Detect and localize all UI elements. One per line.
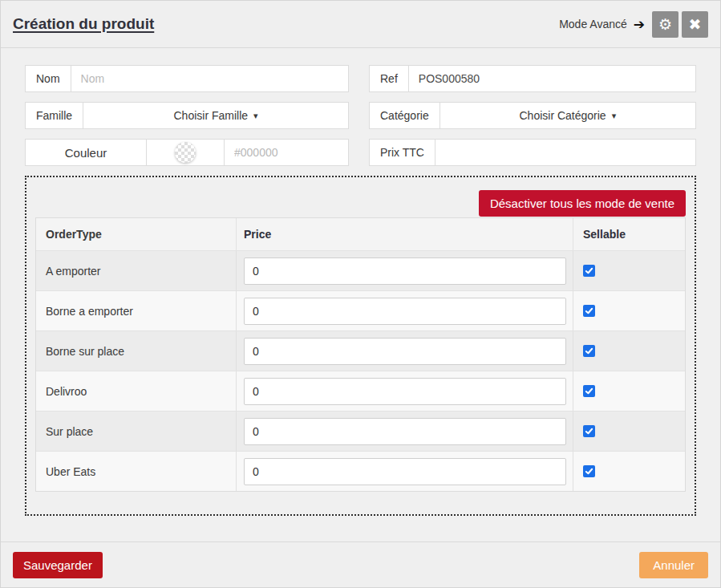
prix-ttc-group: Prix TTC bbox=[369, 139, 696, 166]
famille-label: Famille bbox=[25, 102, 83, 129]
check-icon bbox=[585, 306, 593, 315]
prix-ttc-input[interactable] bbox=[435, 139, 696, 166]
price-cell bbox=[237, 412, 573, 451]
famille-dropdown-label: Choisir Famille bbox=[174, 109, 249, 122]
form-row-1: Nom Ref bbox=[25, 65, 696, 92]
close-button[interactable]: ✖ bbox=[682, 11, 708, 38]
column-header-ordertype: OrderType bbox=[36, 218, 237, 250]
disable-all-sales-modes-button[interactable]: Désactiver tous les mode de vente bbox=[479, 190, 686, 217]
table-row: Sur place bbox=[36, 411, 685, 451]
price-input[interactable] bbox=[244, 458, 566, 485]
price-input[interactable] bbox=[244, 338, 566, 365]
sellable-cell bbox=[573, 412, 685, 451]
sellable-checkbox[interactable] bbox=[583, 465, 595, 477]
price-input[interactable] bbox=[244, 298, 566, 325]
save-button[interactable]: Sauvegarder bbox=[13, 552, 103, 578]
dialog-footer: Sauvegarder Annuler bbox=[1, 541, 720, 587]
cancel-button[interactable]: Annuler bbox=[639, 552, 708, 578]
order-type-cell: Delivroo bbox=[36, 371, 237, 411]
table-row: A emporter bbox=[36, 250, 685, 290]
sellable-checkbox[interactable] bbox=[583, 345, 595, 357]
sellable-cell bbox=[573, 251, 685, 290]
close-icon: ✖ bbox=[689, 17, 702, 32]
table-row: Delivroo bbox=[36, 371, 685, 411]
price-cell bbox=[237, 452, 573, 491]
check-icon bbox=[585, 266, 593, 275]
sellable-cell bbox=[573, 291, 685, 330]
table-row: Borne sur place bbox=[36, 330, 685, 371]
nom-input[interactable] bbox=[71, 65, 349, 92]
header-controls: Mode Avancé ➔ ⚙ ✖ bbox=[559, 11, 708, 38]
page-title: Création du produit bbox=[13, 15, 154, 33]
famille-group: Famille Choisir Famille ▾ bbox=[25, 102, 349, 129]
advanced-mode-button[interactable]: ⚙ bbox=[652, 11, 678, 38]
couleur-label: Couleur bbox=[25, 139, 147, 166]
categorie-label: Catégorie bbox=[369, 102, 440, 129]
right-arrow-icon: ➔ bbox=[634, 18, 645, 31]
gear-icon: ⚙ bbox=[658, 17, 672, 32]
price-cell bbox=[237, 371, 573, 411]
couleur-group: Couleur bbox=[25, 139, 349, 166]
sellable-checkbox[interactable] bbox=[583, 305, 595, 317]
table-row: Uber Eats bbox=[36, 451, 685, 491]
order-type-cell: Sur place bbox=[36, 412, 237, 451]
sellable-cell bbox=[573, 452, 685, 491]
table-row: Borne a emporter bbox=[36, 290, 685, 330]
sales-modes-panel: Désactiver tous les mode de vente OrderT… bbox=[25, 176, 696, 516]
categorie-dropdown[interactable]: Choisir Catégorie ▾ bbox=[440, 102, 696, 129]
nom-group: Nom bbox=[25, 65, 349, 92]
price-input[interactable] bbox=[244, 378, 566, 405]
sellable-checkbox[interactable] bbox=[583, 425, 595, 437]
check-icon bbox=[585, 427, 593, 436]
categorie-dropdown-label: Choisir Catégorie bbox=[520, 109, 606, 122]
order-type-cell: A emporter bbox=[36, 251, 237, 290]
order-type-cell: Uber Eats bbox=[36, 452, 237, 491]
ref-group: Ref bbox=[369, 65, 696, 92]
check-icon bbox=[585, 387, 593, 395]
sellable-checkbox[interactable] bbox=[583, 385, 595, 397]
sales-modes-table: OrderType Price Sellable A emporter bbox=[35, 217, 686, 492]
dialog-header: Création du produit Mode Avancé ➔ ⚙ ✖ bbox=[1, 1, 720, 48]
prix-ttc-label: Prix TTC bbox=[369, 139, 435, 166]
sellable-cell bbox=[573, 331, 685, 371]
dialog-body: Nom Ref Famille Choisir Famille ▾ Catégo… bbox=[1, 48, 720, 541]
chevron-down-icon: ▾ bbox=[612, 111, 617, 121]
product-creation-dialog: Création du produit Mode Avancé ➔ ⚙ ✖ No… bbox=[0, 0, 721, 588]
price-cell bbox=[237, 251, 573, 290]
check-icon bbox=[585, 467, 593, 476]
advanced-mode-label: Mode Avancé bbox=[559, 18, 627, 30]
form-row-2: Famille Choisir Famille ▾ Catégorie Choi… bbox=[25, 102, 696, 129]
sellable-checkbox[interactable] bbox=[583, 265, 595, 277]
couleur-swatch-cell bbox=[147, 139, 225, 166]
price-cell bbox=[237, 331, 573, 371]
ref-input[interactable] bbox=[409, 65, 696, 92]
price-input[interactable] bbox=[244, 258, 566, 285]
table-header-row: OrderType Price Sellable bbox=[36, 218, 685, 250]
nom-label: Nom bbox=[25, 65, 71, 92]
couleur-input[interactable] bbox=[225, 139, 349, 166]
price-input[interactable] bbox=[244, 418, 566, 445]
color-swatch-icon[interactable] bbox=[175, 142, 196, 163]
form-row-3: Couleur Prix TTC bbox=[25, 139, 696, 166]
chevron-down-icon: ▾ bbox=[253, 111, 258, 121]
sales-modes-toolbar: Désactiver tous les mode de vente bbox=[35, 190, 686, 217]
famille-dropdown[interactable]: Choisir Famille ▾ bbox=[83, 102, 349, 129]
ref-label: Ref bbox=[369, 65, 409, 92]
check-icon bbox=[585, 347, 593, 355]
order-type-cell: Borne a emporter bbox=[36, 291, 237, 330]
column-header-sellable: Sellable bbox=[573, 218, 685, 250]
sellable-cell bbox=[573, 371, 685, 411]
order-type-cell: Borne sur place bbox=[36, 331, 237, 371]
categorie-group: Catégorie Choisir Catégorie ▾ bbox=[369, 102, 696, 129]
price-cell bbox=[237, 291, 573, 330]
column-header-price: Price bbox=[237, 218, 573, 250]
